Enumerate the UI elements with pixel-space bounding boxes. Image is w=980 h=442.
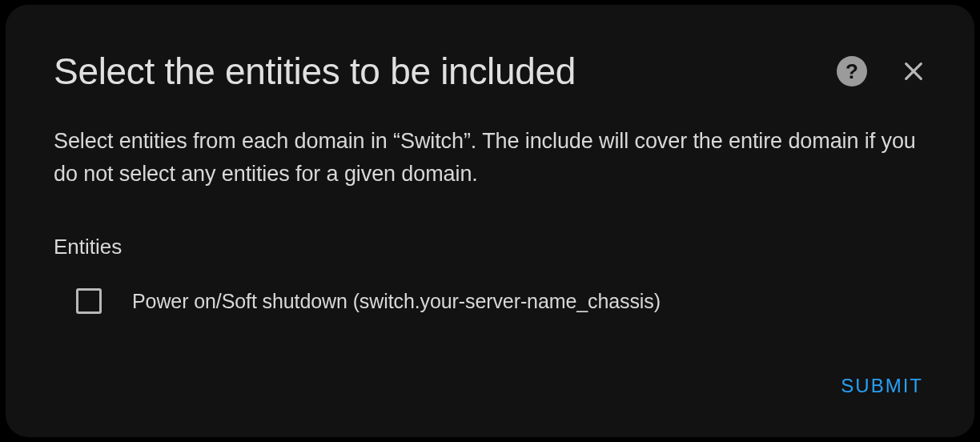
entity-row[interactable]: Power on/Soft shutdown (switch.your-serv…: [54, 288, 926, 314]
entities-section-label: Entities: [54, 235, 926, 259]
close-icon[interactable]: [901, 58, 926, 84]
dialog-header: Select the entities to be included ?: [6, 5, 974, 93]
submit-button[interactable]: SUBMIT: [837, 368, 926, 404]
header-actions: ?: [837, 56, 926, 86]
dialog-description: Select entities from each domain in “Swi…: [54, 125, 926, 190]
entity-selection-dialog: Select the entities to be included ? Sel…: [6, 5, 974, 437]
entity-label: Power on/Soft shutdown (switch.your-serv…: [132, 290, 661, 313]
help-icon[interactable]: ?: [837, 56, 867, 86]
dialog-body: Select entities from each domain in “Swi…: [6, 93, 974, 368]
dialog-footer: SUBMIT: [6, 368, 974, 437]
entity-checkbox[interactable]: [76, 288, 102, 314]
dialog-title: Select the entities to be included: [54, 50, 837, 93]
